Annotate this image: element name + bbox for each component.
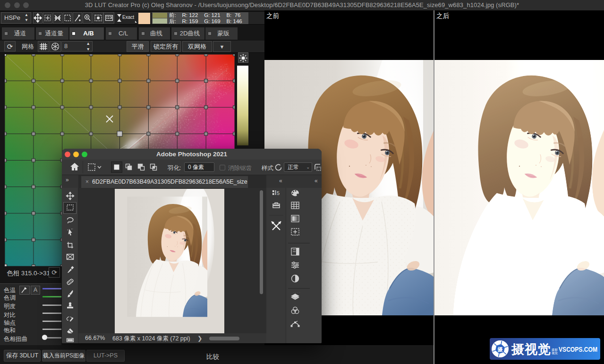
svg-text:....: ....: [293, 245, 301, 248]
svg-text:....: ....: [293, 188, 301, 191]
svg-text:视觉: 视觉: [552, 351, 558, 355]
svg-text:摄视觉: 摄视觉: [511, 342, 551, 356]
svg-text:5: 5: [277, 190, 280, 196]
svg-text:....: ....: [293, 290, 301, 294]
svg-text:Exact: Exact: [122, 15, 134, 20]
svg-text:摄: 摄: [497, 347, 503, 352]
svg-text:VSCOPS.COM: VSCOPS.COM: [559, 346, 597, 353]
